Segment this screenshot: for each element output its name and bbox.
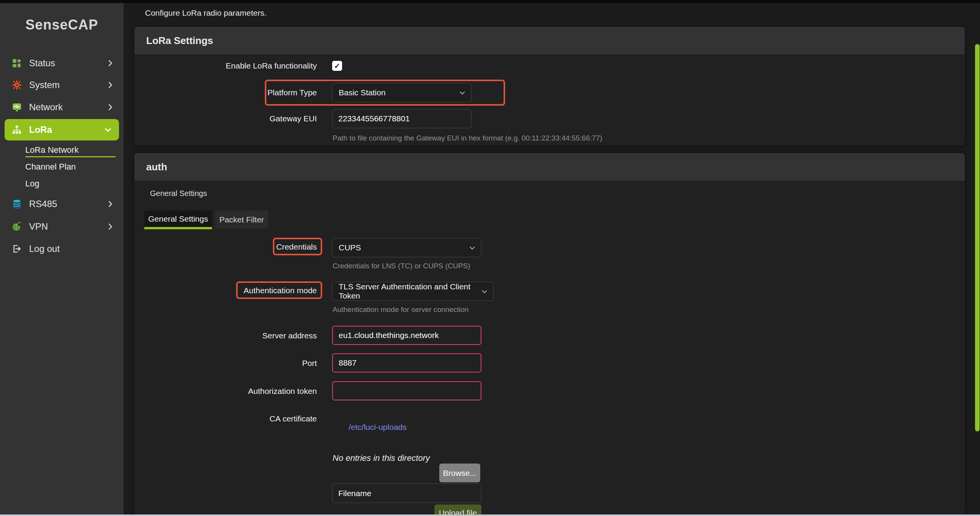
sitemap-icon	[11, 124, 22, 135]
sidebar-item-label: Log out	[29, 243, 60, 254]
ca-certificate-label: CA certificate	[134, 413, 317, 424]
auth-mode-select[interactable]: TLS Server Authentication and Client Tok…	[332, 282, 494, 301]
enable-lora-checkbox[interactable]: ✓	[332, 61, 342, 71]
filename-input[interactable]	[332, 483, 481, 503]
auth-mode-label: Authentication mode	[134, 285, 317, 296]
sidebar-item-lora-active[interactable]: LoRa	[5, 119, 119, 140]
chevron-right-icon	[106, 81, 114, 89]
enable-lora-label: Enable LoRa functionality	[134, 60, 317, 71]
bottom-edge-strip	[0, 514, 980, 516]
chevron-right-icon	[106, 222, 114, 231]
sidebar-subitem-label: Log	[25, 179, 39, 189]
chevron-down-icon	[458, 89, 466, 99]
sidebar-item-label: Status	[29, 58, 55, 69]
port-input[interactable]	[332, 353, 481, 372]
browse-button[interactable]: Browse...	[439, 464, 480, 482]
brand-logo: SenseCAP	[0, 17, 124, 33]
credentials-value: CUPS	[339, 243, 361, 252]
platform-type-select[interactable]: Basic Station	[332, 83, 471, 102]
browse-button-label: Browse...	[443, 469, 477, 478]
sidebar-item-label: System	[29, 80, 60, 90]
sidebar-subitem-label: LoRa Network	[25, 145, 78, 155]
sidebar: SenseCAP Status System Network LoRa	[0, 3, 124, 516]
page-description: Configure LoRa radio parameters.	[145, 8, 267, 18]
port-label: Port	[134, 358, 317, 369]
panel-title: LoRa Settings	[134, 27, 965, 54]
sidebar-item-status[interactable]: Status	[0, 55, 124, 72]
database-icon	[11, 199, 22, 209]
sidebar-subitem-lora-network[interactable]: LoRa Network	[25, 145, 117, 155]
gateway-eui-hint: Path to file containing the Gateway EUI …	[333, 134, 602, 142]
logout-icon	[11, 243, 22, 254]
sidebar-item-network[interactable]: Network	[0, 99, 124, 116]
sidebar-item-label: Network	[29, 102, 63, 113]
auth-mode-value: TLS Server Authentication and Client Tok…	[339, 282, 480, 300]
top-edge-strip	[0, 0, 980, 3]
sidebar-subitem-label: Channel Plan	[25, 162, 76, 172]
platform-type-label: Platform Type	[134, 87, 317, 98]
credentials-select[interactable]: CUPS	[332, 238, 481, 257]
sidebar-item-rs485[interactable]: RS485	[0, 196, 124, 212]
sidebar-subitem-log[interactable]: Log	[25, 178, 117, 189]
server-address-label: Server address	[134, 330, 317, 341]
sidebar-item-vpn[interactable]: VPN	[0, 218, 124, 235]
tab-label: Packet Filter	[219, 215, 264, 224]
sidebar-item-label: LoRa	[29, 124, 52, 135]
chevron-down-icon	[480, 287, 489, 298]
sidebar-subitem-channel-plan[interactable]: Channel Plan	[25, 162, 117, 172]
empty-directory-note: No entries in this directory	[333, 453, 430, 463]
gateway-eui-label: Gateway EUI	[134, 113, 317, 124]
sidebar-item-label: VPN	[29, 221, 48, 232]
section-label: General Settings	[150, 189, 207, 198]
tab-label: General Settings	[148, 214, 208, 224]
vpn-globe-lock-icon	[11, 221, 22, 232]
gateway-eui-input[interactable]	[332, 109, 471, 128]
network-monitor-icon	[11, 102, 22, 113]
chevron-down-icon	[104, 126, 112, 134]
authorization-token-label: Authorization token	[134, 386, 317, 397]
authorization-token-input[interactable]	[332, 381, 481, 400]
sidebar-item-system[interactable]: System	[0, 77, 124, 93]
dashboard-grid-icon	[11, 58, 22, 69]
chevron-right-icon	[106, 59, 114, 67]
sidebar-item-label: RS485	[29, 199, 57, 209]
credentials-hint: Credentials for LNS (TC) or CUPS (CUPS)	[333, 262, 470, 270]
active-subitem-underline	[25, 156, 116, 157]
chevron-right-icon	[106, 200, 114, 208]
tab-general-settings[interactable]: General Settings	[144, 211, 212, 229]
chevron-right-icon	[106, 103, 114, 111]
upload-path-link[interactable]: /etc/luci-uploads	[349, 423, 407, 432]
sidebar-item-logout[interactable]: Log out	[0, 240, 124, 257]
platform-type-value: Basic Station	[339, 88, 386, 97]
panel-title: auth	[134, 153, 965, 181]
checkmark-icon: ✓	[334, 62, 340, 70]
credentials-label: Credentials	[134, 242, 317, 252]
scrollbar-thumb[interactable]	[975, 44, 980, 431]
gear-icon	[11, 80, 22, 90]
lora-settings-panel: LoRa Settings	[134, 27, 965, 145]
tab-packet-filter[interactable]: Packet Filter	[215, 211, 268, 229]
chevron-down-icon	[468, 244, 476, 254]
auth-mode-hint: Authentication mode for server connectio…	[333, 305, 469, 314]
server-address-input[interactable]	[332, 326, 481, 345]
